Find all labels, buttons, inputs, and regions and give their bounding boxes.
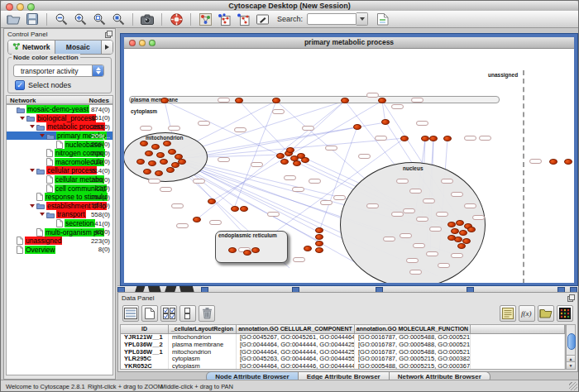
network-node[interactable]	[467, 227, 476, 232]
dropdown-stepper-icon[interactable]	[92, 65, 103, 76]
tree-row[interactable]: multi-organism pro42(0)	[7, 227, 112, 237]
annotation-icon[interactable]	[255, 12, 270, 26]
table-cell[interactable]: [GO:0016787, GO:0005488, GO:0005215, G..…	[355, 334, 471, 342]
network-node[interactable]	[156, 152, 165, 158]
table-scrollbar[interactable]: ▲ ▼	[566, 324, 576, 370]
scrollbar-thumb[interactable]	[567, 333, 576, 350]
network-node[interactable]	[251, 247, 260, 253]
network-node[interactable]	[280, 159, 289, 165]
network-node[interactable]	[151, 144, 160, 150]
network-node[interactable]	[443, 136, 452, 141]
expand-arrow-icon[interactable]	[20, 117, 25, 120]
tree-row[interactable]: cellular process614(0)	[7, 166, 112, 175]
network-node[interactable]	[148, 160, 156, 166]
help-icon[interactable]	[169, 12, 184, 26]
expand-arrow-icon[interactable]	[30, 204, 35, 208]
table-row[interactable]: YJR121W__1mitochondrion[GO:0045267, GO:0…	[121, 334, 565, 342]
tree-row[interactable]: cellular metabo209(0)	[7, 175, 112, 184]
attr-multi-icon[interactable]	[160, 305, 177, 322]
table-cell[interactable]: cytoplasm	[169, 356, 237, 363]
network-node[interactable]	[168, 149, 176, 155]
table-cell[interactable]: YJR121W__1	[121, 334, 169, 342]
tree-column-header[interactable]: Network Nodes	[6, 95, 113, 104]
network-node[interactable]	[304, 246, 312, 251]
open-icon[interactable]	[6, 12, 21, 26]
table-row[interactable]: YLR295Ccytoplasm[GO:0045263, GO:0044464,…	[121, 356, 565, 363]
network-node[interactable]	[315, 247, 323, 253]
network-node[interactable]	[155, 170, 163, 176]
attr-new-icon[interactable]	[141, 305, 158, 322]
table-cell[interactable]: cytoplasm	[169, 363, 237, 370]
tree-row[interactable]: secretion41(0)	[7, 219, 112, 228]
table-cell[interactable]: YKR052C	[121, 363, 169, 370]
network-node[interactable]	[178, 159, 186, 165]
network-node[interactable]	[301, 157, 309, 163]
table-cell[interactable]: [GO:0044464, GO:0044444, GO:0044425, G..…	[237, 349, 355, 356]
network-node[interactable]	[315, 227, 323, 233]
node-color-dropdown[interactable]: transporter activity	[13, 65, 104, 77]
expand-arrow-icon[interactable]	[30, 125, 35, 128]
table-cell[interactable]	[471, 349, 565, 356]
tree-row[interactable]: Overview8(0)	[7, 246, 112, 255]
attr-grid-icon[interactable]	[122, 305, 139, 322]
network-node[interactable]	[286, 147, 294, 153]
table-cell[interactable]: [GO:0044464, GO:0044444, GO:0044425, G..…	[237, 342, 355, 349]
table-cell[interactable]: [GO:0045267, GO:0045261, GO:0044464, G..…	[237, 334, 355, 342]
expand-arrow-icon[interactable]	[30, 169, 35, 172]
network-node[interactable]	[293, 160, 301, 166]
network-node[interactable]	[208, 198, 216, 204]
table-cell[interactable]: [GO:0016787, GO:0005488, GO:0005215, G..…	[355, 342, 471, 349]
network-node[interactable]	[378, 98, 386, 103]
network-node[interactable]	[276, 153, 285, 159]
function-icon[interactable]: f(x)	[519, 305, 535, 322]
network-node[interactable]	[456, 220, 464, 226]
table-cell[interactable]: YPL036W__1	[121, 349, 169, 356]
table-cell[interactable]	[471, 334, 565, 342]
network-node[interactable]	[421, 136, 429, 141]
network-node[interactable]	[549, 159, 557, 165]
resize-grip[interactable]	[569, 382, 577, 390]
snapshot-icon[interactable]	[140, 12, 155, 26]
network-frame-titlebar[interactable]: primary metabolic process	[124, 37, 574, 49]
search-input[interactable]	[307, 13, 356, 25]
network-node[interactable]	[166, 167, 175, 173]
network-merge-icon[interactable]	[236, 12, 251, 26]
tree-row[interactable]: metabolic process280(0)	[7, 122, 112, 131]
network-node[interactable]	[315, 234, 323, 240]
table-cell[interactable]: [GO:0045263, GO:0044464, GO:0044455, G..…	[237, 356, 355, 363]
attr-single-icon[interactable]	[179, 305, 196, 322]
table-cell[interactable]	[471, 356, 565, 363]
network-node[interactable]	[243, 250, 251, 256]
tree-row[interactable]: mosaic-demo-yeast874(0)	[7, 105, 112, 114]
tree-row[interactable]: transport558(0)	[7, 210, 112, 219]
import-icon[interactable]	[538, 305, 554, 322]
tree-row[interactable]: primary metabo209(...	[7, 131, 112, 141]
tree-row[interactable]: nitrogen compo209(0)	[7, 149, 112, 158]
network-node[interactable]	[459, 230, 467, 236]
network-view-frame[interactable]: primary metabolic process plasma membran…	[121, 34, 577, 285]
search-combobox[interactable]	[307, 12, 368, 26]
table-cell[interactable]: mitochondrion	[169, 349, 237, 356]
tree-row[interactable]: biological_process651(0)	[7, 114, 112, 123]
network-node[interactable]	[315, 241, 323, 246]
column-header[interactable]: annotation.GO MOLECULAR_FUNCTION	[355, 325, 471, 333]
network-node[interactable]	[228, 247, 237, 253]
zoom-fit-icon[interactable]	[92, 12, 107, 26]
network-node[interactable]	[140, 141, 148, 146]
network-node[interactable]	[341, 98, 349, 103]
table-cell[interactable]: mitochondrion	[169, 334, 237, 342]
expand-arrow-icon[interactable]	[40, 134, 45, 137]
column-header[interactable]	[471, 325, 565, 333]
table-cell[interactable]: YPL036W__2	[121, 342, 169, 349]
zoom-selected-icon[interactable]	[111, 12, 126, 26]
network-node[interactable]	[240, 206, 248, 212]
plugin-icon[interactable]	[376, 12, 390, 26]
zoom-out-icon[interactable]	[54, 12, 69, 26]
tree-row[interactable]: response to stimulu264(0)	[7, 193, 112, 202]
network-node[interactable]	[451, 228, 459, 234]
network-node[interactable]	[447, 222, 456, 227]
network-node[interactable]	[136, 159, 145, 165]
network-node[interactable]	[447, 235, 456, 241]
network-node[interactable]	[193, 217, 201, 222]
table-cell[interactable]: [GO:0005488, GO:0005215, GO:0003674]	[355, 363, 471, 370]
